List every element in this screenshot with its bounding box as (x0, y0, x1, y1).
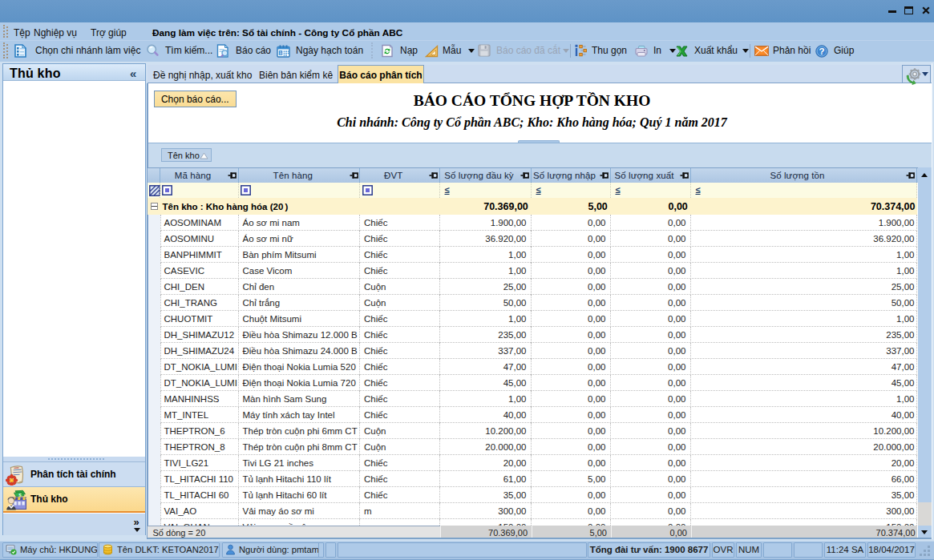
svg-text:$: $ (18, 492, 22, 498)
svg-text:?: ? (819, 46, 824, 56)
